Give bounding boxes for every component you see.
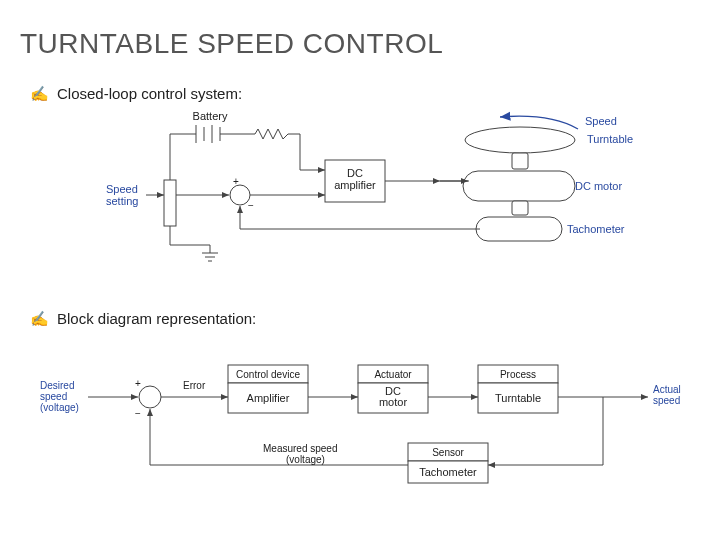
sum-plus-2: + [135,378,141,389]
desired-speed-label: Desiredspeed(voltage) [40,380,79,413]
turntable-label: Turntable [587,133,633,145]
slide-title: TURNTABLE SPEED CONTROL [20,28,443,60]
actuator-label: Actuator [374,369,412,380]
error-label: Error [183,380,206,391]
dc-motor-label: DC motor [575,180,622,192]
tachometer-icon [476,217,562,241]
measured-speed-label: Measured speed(voltage) [263,443,338,465]
turntable-text: Turntable [495,392,541,404]
dc-motor-icon [463,171,575,201]
process-label: Process [500,369,536,380]
summing-junction-icon [230,185,250,205]
svg-rect-20 [512,201,528,215]
control-device-label: Control device [236,369,300,380]
sum-minus: − [248,200,254,211]
svg-rect-19 [512,153,528,169]
actual-speed-label: Actualspeed [653,384,681,406]
summing-junction-icon [139,386,161,408]
figure-closed-loop: Battery Speedsetting + − DCamplifier DC … [100,105,660,295]
bullet-2-text: Block diagram representation: [57,310,256,327]
sum-plus: + [233,176,239,187]
sensor-label: Sensor [432,447,464,458]
amplifier-label: Amplifier [247,392,290,404]
potentiometer-icon [164,180,176,226]
bullet-2: ✍Block diagram representation: [30,310,256,328]
bullet-icon: ✍ [30,311,49,327]
speed-label: Speed [585,115,617,127]
tachometer-label: Tachometer [567,223,625,235]
bullet-icon: ✍ [30,86,49,102]
bullet-1-text: Closed-loop control system: [57,85,242,102]
figure-block-diagram: Desiredspeed(voltage) + − Error Control … [38,335,698,515]
speed-setting-label: Speedsetting [106,183,138,207]
bullet-1: ✍Closed-loop control system: [30,85,242,103]
battery-label: Battery [193,110,228,122]
sum-minus-2: − [135,408,141,419]
tachometer-text: Tachometer [419,466,477,478]
turntable-icon [465,127,575,153]
